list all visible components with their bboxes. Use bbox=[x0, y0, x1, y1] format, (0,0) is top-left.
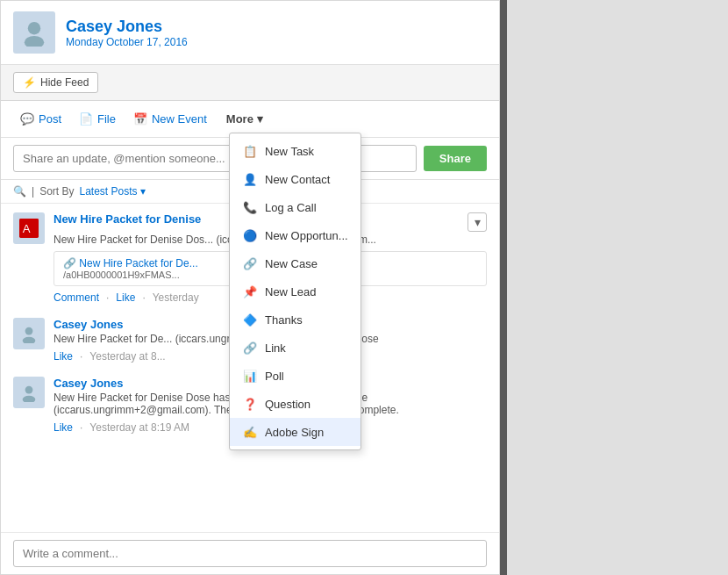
svg-point-1 bbox=[25, 36, 44, 47]
comment-area bbox=[1, 532, 499, 574]
new-contact-label: New Contact bbox=[265, 173, 330, 186]
post-label: Post bbox=[39, 112, 61, 126]
dropdown-item-new-contact[interactable]: 👤 New Contact bbox=[230, 165, 360, 193]
thanks-label: Thanks bbox=[265, 313, 303, 327]
task-icon: 📋 bbox=[242, 143, 258, 159]
divider: | bbox=[32, 185, 34, 198]
dropdown-item-thanks[interactable]: 🔷 Thanks bbox=[230, 305, 360, 334]
feed-title-3[interactable]: Casey Jones bbox=[54, 377, 124, 390]
dropdown-item-question[interactable]: ❓ Question bbox=[230, 390, 360, 418]
dropdown-item-adobe-sign[interactable]: ✍ Adobe Sign bbox=[230, 418, 360, 446]
dropdown-item-new-lead[interactable]: 📌 New Lead bbox=[230, 277, 360, 305]
comment-input[interactable] bbox=[13, 540, 487, 567]
new-event-button[interactable]: 📅 New Event bbox=[126, 108, 214, 130]
time-3: Yesterday at 8:19 AM bbox=[89, 421, 189, 434]
hide-feed-label: Hide Feed bbox=[40, 76, 89, 89]
profile-date: Monday October 17, 2016 bbox=[66, 36, 188, 48]
avatar bbox=[13, 11, 55, 54]
more-options-button-1[interactable]: ▾ bbox=[467, 212, 487, 232]
poll-icon: 📊 bbox=[242, 368, 258, 384]
avatar-item1: A bbox=[13, 212, 45, 244]
feed-title-2[interactable]: Casey Jones bbox=[54, 318, 124, 331]
sort-by-label: Sort By bbox=[39, 185, 74, 198]
file-icon: 📄 bbox=[79, 112, 93, 126]
dropdown-item-poll[interactable]: 📊 Poll bbox=[230, 362, 360, 390]
share-button[interactable]: Share bbox=[424, 146, 487, 171]
hide-feed-bar: ⚡ Hide Feed bbox=[1, 65, 499, 101]
main-container: Casey Jones Monday October 17, 2016 ⚡ Hi… bbox=[0, 0, 728, 575]
link-icon: 🔗 bbox=[242, 340, 258, 356]
new-task-label: New Task bbox=[265, 145, 314, 158]
dropdown-item-new-case[interactable]: 🔗 New Case bbox=[230, 249, 360, 277]
sort-select[interactable]: Latest Posts ▾ bbox=[79, 185, 145, 198]
svg-point-5 bbox=[25, 327, 33, 335]
profile-info: Casey Jones Monday October 17, 2016 bbox=[66, 18, 188, 48]
feed-panel: Casey Jones Monday October 17, 2016 ⚡ Hi… bbox=[0, 0, 500, 575]
more-label: More bbox=[226, 112, 253, 126]
thanks-icon: 🔷 bbox=[242, 312, 258, 327]
question-label: Question bbox=[265, 398, 310, 411]
hide-feed-button[interactable]: ⚡ Hide Feed bbox=[13, 72, 98, 93]
post-icon: 💬 bbox=[20, 112, 34, 126]
right-panel bbox=[507, 0, 728, 575]
dropdown-item-new-task[interactable]: 📋 New Task bbox=[230, 137, 360, 165]
sort-option-label: Latest Posts bbox=[79, 185, 137, 198]
adobe-sign-icon: ✍ bbox=[242, 424, 258, 440]
new-lead-label: New Lead bbox=[265, 285, 317, 298]
time-1: Yesterday bbox=[153, 291, 199, 304]
log-call-label: Log a Call bbox=[265, 201, 317, 214]
like-link-1[interactable]: Like bbox=[116, 291, 135, 304]
sort-chevron-icon: ▾ bbox=[140, 185, 146, 198]
post-button[interactable]: 💬 Post bbox=[13, 108, 68, 130]
share-label: Share bbox=[439, 152, 471, 165]
question-icon: ❓ bbox=[242, 396, 258, 412]
link-label: Link bbox=[265, 341, 286, 355]
dropdown-item-link[interactable]: 🔗 Link bbox=[230, 334, 360, 362]
dropdown-menu: 📋 New Task 👤 New Contact 📞 Log a Call 🔵 … bbox=[229, 133, 361, 450]
action-bar: 💬 Post 📄 File 📅 New Event More ▾ 📋 New T… bbox=[1, 101, 499, 138]
file-label: File bbox=[97, 112, 116, 126]
like-link-3[interactable]: Like bbox=[54, 421, 73, 434]
chevron-down-icon: ▾ bbox=[257, 112, 263, 126]
adobe-sign-label: Adobe Sign bbox=[265, 426, 324, 439]
new-opportunity-label: New Opportun... bbox=[265, 229, 348, 242]
time-2: Yesterday at 8... bbox=[89, 350, 165, 363]
search-icon: 🔍 bbox=[13, 185, 26, 198]
svg-text:A: A bbox=[23, 222, 31, 235]
file-button[interactable]: 📄 File bbox=[72, 108, 123, 130]
phone-icon: 📞 bbox=[242, 199, 258, 215]
dropdown-item-log-call[interactable]: 📞 Log a Call bbox=[230, 193, 360, 221]
poll-label: Poll bbox=[265, 370, 284, 383]
case-icon: 🔗 bbox=[242, 255, 258, 271]
feed-title-1[interactable]: New Hire Packet for Denise bbox=[54, 212, 201, 226]
avatar-item2 bbox=[13, 318, 45, 349]
right-border bbox=[500, 0, 507, 575]
opportunity-icon: 🔵 bbox=[242, 227, 258, 243]
like-link-2[interactable]: Like bbox=[54, 350, 73, 363]
avatar-item3 bbox=[13, 377, 45, 408]
new-case-label: New Case bbox=[265, 257, 318, 270]
dropdown-item-new-opportunity[interactable]: 🔵 New Opportun... bbox=[230, 221, 360, 249]
svg-point-8 bbox=[25, 386, 33, 394]
event-icon: 📅 bbox=[133, 112, 147, 126]
lead-icon: 📌 bbox=[242, 284, 258, 299]
new-event-label: New Event bbox=[152, 112, 207, 126]
more-button[interactable]: More ▾ bbox=[218, 108, 272, 130]
svg-point-0 bbox=[28, 22, 40, 34]
profile-header: Casey Jones Monday October 17, 2016 bbox=[1, 1, 499, 65]
profile-name: Casey Jones bbox=[66, 18, 188, 36]
lightning-icon: ⚡ bbox=[23, 76, 36, 89]
comment-link-1[interactable]: Comment bbox=[54, 291, 99, 304]
contact-icon: 👤 bbox=[242, 171, 258, 187]
